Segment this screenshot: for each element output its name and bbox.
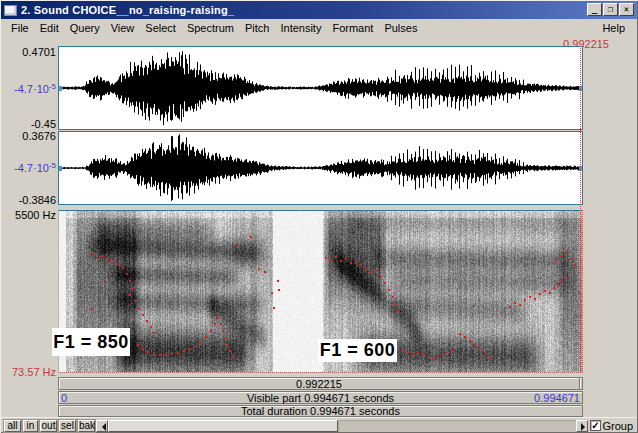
visible-end-time: 0.994671 — [534, 392, 580, 404]
menu-bar: File Edit Query View Select Spectrum Pit… — [1, 19, 637, 36]
menu-file[interactable]: File — [6, 21, 35, 35]
selection-remainder-bar[interactable] — [579, 377, 583, 390]
spectrogram-bottom-frequency-label: 73.57 Hz — [12, 366, 56, 378]
scrollbar-trough[interactable] — [338, 420, 576, 432]
wave2-mid-label: -4.7·10-5 — [14, 161, 56, 174]
scrollbar-thumb[interactable] — [108, 420, 338, 432]
menu-edit[interactable]: Edit — [35, 21, 65, 35]
total-duration-bar[interactable]: Total duration 0.994671 seconds — [58, 405, 583, 417]
waveform-channel1-panel[interactable] — [58, 46, 583, 130]
zoom-all-button[interactable]: all — [4, 420, 21, 432]
waveform-channel2-panel[interactable] — [58, 131, 583, 205]
wave1-max-label: 0.4701 — [22, 46, 56, 58]
spectrogram-top-frequency-label: 5500 Hz — [15, 209, 56, 221]
visible-part-bar[interactable]: 0 Visible part 0.994671 seconds 0.994671 — [58, 391, 583, 404]
menu-query[interactable]: Query — [65, 21, 106, 35]
menu-spectrum[interactable]: Spectrum — [182, 21, 240, 35]
app-window-icon — [4, 5, 17, 16]
menu-view[interactable]: View — [106, 21, 141, 35]
visible-part-label: Visible part 0.994671 seconds — [247, 392, 394, 404]
f1-annotation-right: F1 = 600 — [318, 339, 397, 362]
selection-time-bar[interactable]: 0.992215 — [58, 377, 580, 390]
f1-annotation-left: F1 = 850 — [52, 328, 130, 356]
scrollbar-right-arrow[interactable] — [576, 420, 588, 432]
bottom-control-strip: all in out sel bak ✓ Group — [1, 417, 637, 432]
menu-formant[interactable]: Formant — [327, 21, 379, 35]
wave1-mid-label: -4.7·10-5 — [14, 82, 56, 95]
waveform-channel2-canvas[interactable] — [59, 132, 582, 204]
close-button[interactable]: ✕ — [619, 3, 634, 16]
wave2-min-label: -0.3846 — [19, 194, 56, 206]
zoom-selection-button[interactable]: sel — [59, 420, 76, 432]
zoom-back-button[interactable]: bak — [78, 420, 95, 432]
zoom-in-button[interactable]: in — [23, 420, 38, 432]
scrollbar-left-arrow[interactable] — [96, 420, 108, 432]
window-title: 2. Sound CHOICE__no_raising-raising_ — [21, 4, 234, 16]
wave1-min-label: -0.45 — [31, 118, 56, 130]
waveform-channel1-canvas[interactable] — [59, 47, 582, 129]
menu-pitch[interactable]: Pitch — [240, 21, 275, 35]
menu-pulses[interactable]: Pulses — [379, 21, 423, 35]
zoom-out-button[interactable]: out — [40, 420, 57, 432]
wave2-max-label: 0.3676 — [22, 130, 56, 142]
title-bar[interactable]: 2. Sound CHOICE__no_raising-raising_ _ ❐… — [1, 1, 637, 19]
minimize-button[interactable]: _ — [587, 3, 602, 16]
group-checkbox[interactable]: ✓ — [590, 420, 601, 431]
menu-help[interactable]: Help — [597, 21, 631, 35]
menu-select[interactable]: Select — [140, 21, 182, 35]
menu-intensity[interactable]: Intensity — [275, 21, 327, 35]
praat-sound-editor-window: 2. Sound CHOICE__no_raising-raising_ _ ❐… — [0, 0, 638, 433]
group-checkbox-label: Group — [602, 420, 633, 432]
visible-start-time: 0 — [61, 392, 67, 404]
maximize-button[interactable]: ❐ — [603, 3, 618, 16]
